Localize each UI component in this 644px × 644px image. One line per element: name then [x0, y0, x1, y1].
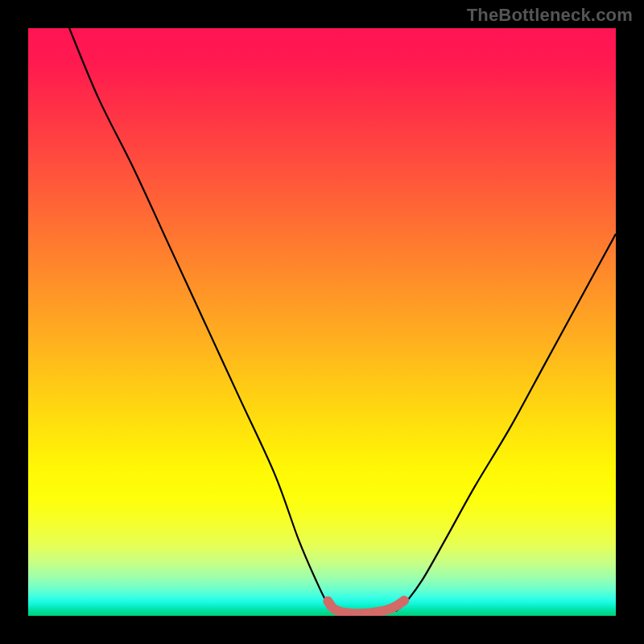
plot-area: [28, 28, 616, 616]
curve-left-path: [69, 28, 336, 611]
curve-right-path: [395, 234, 616, 612]
chart-frame: TheBottleneck.com: [0, 0, 644, 644]
highlight-bottom-path: [328, 601, 404, 613]
watermark-text: TheBottleneck.com: [467, 5, 633, 26]
curve-layer: [28, 28, 616, 616]
